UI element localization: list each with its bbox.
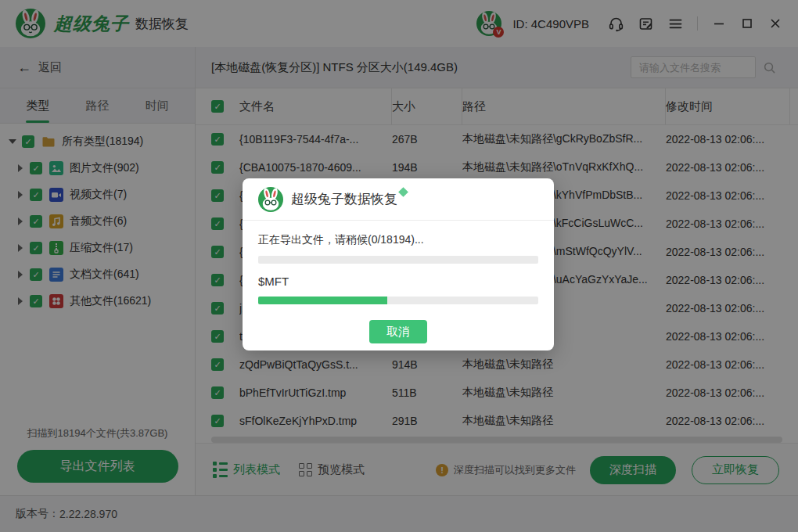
export-progress-dialog: 超级兔子数据恢复 正在导出文件，请稍候(0/18194)... $MFT 取消 xyxy=(243,178,554,350)
dialog-header: 超级兔子数据恢复 xyxy=(243,178,554,221)
cancel-button[interactable]: 取消 xyxy=(369,320,427,343)
file-progress-bar xyxy=(258,297,538,304)
current-file-name: $MFT xyxy=(258,275,538,288)
dialog-body: 正在导出文件，请稍候(0/18194)... $MFT 取消 xyxy=(243,221,554,343)
dialog-title: 超级兔子数据恢复 xyxy=(291,190,397,208)
diamond-accent-icon xyxy=(398,187,408,197)
file-progress-fill xyxy=(258,297,387,304)
rabbit-logo-icon xyxy=(258,187,283,212)
total-progress-bar xyxy=(258,256,538,264)
export-status-text: 正在导出文件，请稍候(0/18194)... xyxy=(258,233,538,247)
app-window: 超级兔子 数据恢复 V ID: 4C490VPB xyxy=(0,0,798,532)
